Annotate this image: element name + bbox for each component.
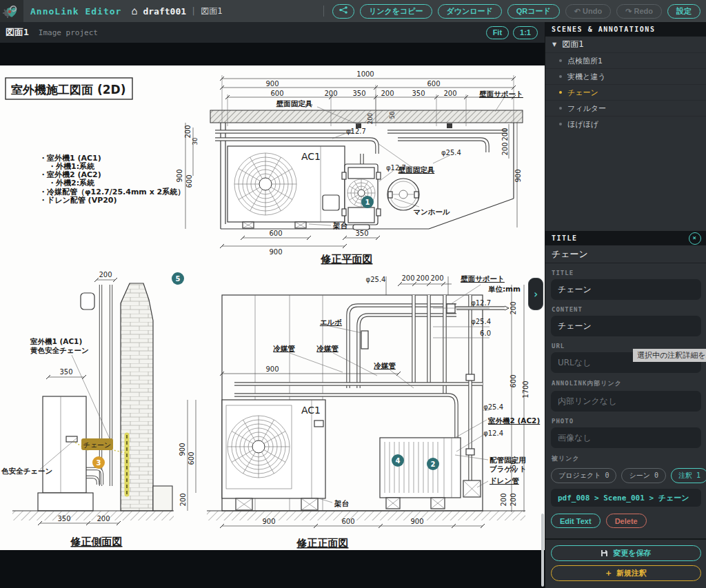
part-label: マンホール	[413, 207, 450, 216]
scene-tree-node[interactable]: ▼ 図面1	[545, 37, 706, 52]
undo-button[interactable]: ↶ Undo	[565, 4, 611, 19]
sidebar-bottom-actions: 変更を保存 + 新規注釈	[545, 538, 706, 585]
new-annotation-button[interactable]: + 新規注釈	[551, 565, 701, 581]
dim-label: 350	[510, 460, 517, 473]
annotation-name: チェーン	[545, 245, 706, 263]
breadcrumb-separator: |	[191, 6, 196, 16]
bullet-icon	[559, 91, 562, 94]
part-label: 色安全チェーン	[1, 467, 52, 475]
home-icon[interactable]: ⌂	[131, 5, 137, 17]
backlink-breadcrumb[interactable]: pdf_008 > Scene_001 > チェーン	[551, 489, 701, 507]
annotation-marker-5[interactable]: 5	[172, 272, 184, 285]
part-label: 架台	[332, 221, 348, 230]
photo-input[interactable]: 画像なし	[551, 427, 701, 448]
toolbar: リンクをコピー ダウンロード QRコード ↶ Undo ↷ Redo 設定	[323, 4, 706, 19]
share-button[interactable]	[332, 4, 354, 19]
redo-icon: ↷	[625, 7, 632, 15]
copy-link-button[interactable]: リンクをコピー	[360, 4, 432, 19]
scene-bar: 図面1 Image project Fit 1:1	[0, 22, 545, 43]
dim-label: 1000	[356, 70, 374, 78]
chevron-down-icon[interactable]: ▼	[552, 41, 556, 48]
delete-button[interactable]: Delete	[606, 514, 647, 528]
dim-label: 900	[265, 80, 279, 88]
chevron-right-icon: ›	[532, 288, 538, 301]
annotation-item-filter[interactable]: フィルター	[545, 100, 706, 116]
dim-label: 600	[185, 174, 193, 187]
field-label-internal-link: ANNOLINK内部リンク	[552, 379, 700, 388]
sheet-note: ・外機2:系統	[48, 179, 95, 187]
fit-button[interactable]: Fit	[486, 26, 509, 39]
drawing-canvas[interactable]: 室外機施工図面 (2D) ・室外機1 (AC1) ・外機1:系統 ・室外機2 (…	[0, 43, 545, 588]
svg-text:1: 1	[365, 199, 370, 206]
annotation-marker-4[interactable]: 4	[392, 454, 404, 467]
dim-label: 900	[410, 518, 423, 525]
annotation-tag-chain[interactable]: チェーン	[81, 438, 113, 450]
sheet-header: 室外機施工図面 (2D) ・室外機1 (AC1) ・外機1:系統 ・室外機2 (…	[6, 78, 185, 205]
front-view-linework	[188, 276, 525, 528]
bullet-icon	[559, 107, 562, 110]
app-logo[interactable]	[0, 0, 23, 22]
view-caption: 修正平面図	[321, 253, 373, 265]
part-label: エルボ	[320, 318, 342, 326]
part-label: ドレン管	[490, 476, 519, 485]
annotation-detail-panel: TITLE × チェーン TITLE チェーン CONTENT チェーン URL…	[545, 231, 706, 528]
internal-link-input[interactable]: 内部リンクなし	[551, 391, 701, 412]
annotation-item-label: 実機と違う	[567, 72, 606, 82]
part-label: 壁面サポート	[478, 90, 523, 98]
dim-label: 600	[270, 90, 283, 97]
annotation-marker-3[interactable]: 3	[92, 456, 105, 469]
part-label: ブラケット	[490, 465, 527, 473]
annotation-marker-1[interactable]: 1	[361, 196, 374, 208]
part-label: 黄色安全チェーン	[30, 346, 89, 354]
dim-label: φ25.4	[471, 318, 491, 325]
edit-text-button[interactable]: Edit Text	[551, 514, 601, 528]
dim-label: 200	[501, 142, 509, 155]
sheet-title: 室外機施工図面 (2D)	[11, 83, 125, 97]
annotation-item-hogehoge[interactable]: ほげほげ	[545, 116, 706, 132]
dim-label: φ12.7	[471, 299, 491, 307]
redo-button[interactable]: ↷ Redo	[616, 4, 662, 19]
dim-label: 200	[97, 515, 110, 523]
backlink-pill-annotation[interactable]: 注釈 1	[671, 468, 706, 483]
one-to-one-button[interactable]: 1:1	[513, 26, 538, 39]
backlink-pill-scene[interactable]: シーン 0	[621, 468, 666, 483]
backlink-pill-project[interactable]: プロジェクト 0	[551, 468, 616, 483]
project-name[interactable]: draft001	[143, 6, 186, 17]
part-label: 冷媒管	[273, 344, 295, 352]
side-view-linework	[12, 278, 174, 525]
field-label-title: TITLE	[552, 270, 700, 276]
top-bar: AnnoLink Editor ⌂ draft001 | 図面1 リンクをコピー…	[0, 0, 706, 22]
dim-label: 900	[269, 248, 282, 256]
sidebar-collapse-handle[interactable]: ›	[528, 278, 543, 310]
technical-drawing: 室外機施工図面 (2D) ・室外機1 (AC1) ・外機1:系統 ・室外機2 (…	[0, 65, 545, 550]
dim-label: 350	[412, 90, 425, 97]
close-panel-button[interactable]: ×	[689, 232, 701, 245]
title-input[interactable]: チェーン	[551, 279, 701, 300]
bullet-icon	[559, 75, 562, 78]
dim-label: 200	[381, 90, 394, 97]
canvas-scrollbar-thumb[interactable]	[541, 514, 544, 587]
dim-label: 30	[192, 138, 199, 145]
part-label: 壁面固定具	[276, 99, 313, 108]
dim-label: 900	[262, 518, 275, 525]
svg-text:3: 3	[97, 459, 101, 467]
dim-label: 600	[510, 374, 517, 387]
field-label-photo: PHOTO	[552, 418, 700, 425]
save-changes-label: 変更を保存	[613, 548, 651, 558]
save-changes-button[interactable]: 変更を保存	[551, 545, 701, 561]
breadcrumb-scene: 図面1	[201, 6, 222, 17]
annotation-item-label: フィルター	[567, 103, 606, 114]
qr-code-button[interactable]: QRコード	[507, 4, 560, 19]
sheet-note: ・ドレン配管 (VP20)	[39, 196, 117, 205]
annotation-item-label: ほげほげ	[567, 119, 598, 130]
dim-label: 200	[430, 274, 443, 282]
download-button[interactable]: ダウンロード	[438, 4, 502, 19]
settings-button[interactable]: 設定	[667, 4, 700, 19]
part-label: 室外機2 (AC2)	[487, 416, 540, 425]
dim-label: 900	[176, 169, 183, 182]
annotation-marker-2[interactable]: 2	[427, 458, 439, 470]
annotation-item-chain[interactable]: チェーン	[545, 84, 706, 100]
annotation-item-jikkitochigau[interactable]: 実機と違う	[545, 68, 706, 84]
content-input[interactable]: チェーン	[551, 316, 701, 336]
annotation-item-tenkenkasho1[interactable]: 点検箇所1	[545, 52, 706, 68]
